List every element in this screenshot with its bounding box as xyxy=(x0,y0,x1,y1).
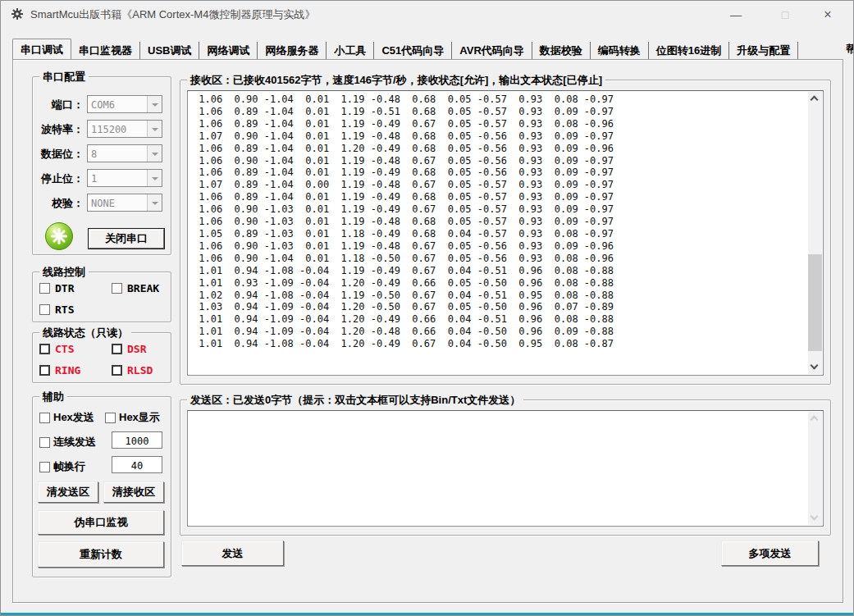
break-checkbox[interactable]: BREAK xyxy=(112,282,159,294)
title-bar: SmartMcu出版书籍《ARM Cortex-M4微控制器原理与实战》 — □… xyxy=(1,1,853,28)
tab-bitmap-to-hex[interactable]: 位图转16进制 xyxy=(649,42,729,60)
tab-overflow-clipped[interactable]: 帮 xyxy=(846,42,854,58)
databits-select[interactable]: 8 xyxy=(87,144,162,162)
stopbits-value: 1 xyxy=(88,170,147,186)
tab-serial-debug[interactable]: 串口调试 xyxy=(12,39,71,60)
receive-data-text: 1.06 0.90 -1.04 0.01 1.19 -0.48 0.68 0.0… xyxy=(193,94,805,373)
receive-textarea[interactable]: 1.06 0.90 -1.04 0.01 1.19 -0.48 0.68 0.0… xyxy=(187,90,824,376)
indicator-box xyxy=(112,344,122,354)
chevron-down-icon[interactable] xyxy=(147,121,162,137)
tab-bar: 串口调试 串口监视器 USB调试 网络调试 网络服务器 小工具 C51代码向导 … xyxy=(12,39,849,60)
clear-send-button[interactable]: 清发送区 xyxy=(38,481,98,503)
indicator-box xyxy=(112,365,122,376)
port-open-led-icon xyxy=(44,221,74,251)
send-area-header: 发送区：已发送0字节（提示：双击文本框可以支持Bin/Txt文件发送） xyxy=(187,393,523,408)
close-button[interactable]: × xyxy=(809,1,847,28)
multi-send-button[interactable]: 多项发送 xyxy=(721,541,819,566)
frame-length-input[interactable] xyxy=(112,456,162,473)
parity-label: 校验： xyxy=(52,196,84,211)
continuous-interval-input[interactable] xyxy=(112,431,162,449)
tab-data-verify[interactable]: 数据校验 xyxy=(532,42,591,60)
tab-network-server[interactable]: 网络服务器 xyxy=(258,42,327,60)
checkbox-box[interactable] xyxy=(39,437,50,448)
tab-avr-wizard[interactable]: AVR代码向导 xyxy=(452,42,532,60)
stopbits-select[interactable]: 1 xyxy=(87,169,162,187)
checkbox-box[interactable] xyxy=(39,283,50,294)
databits-label: 数据位： xyxy=(41,147,84,162)
bottom-accent-strip xyxy=(1,613,853,615)
line-status-group: 线路状态（只读） CTS DSR RING RLSD xyxy=(32,332,171,383)
serial-config-group: 串口配置 端口： COM6 波特率： 115200 数据位： 8 停止位： xyxy=(32,76,171,255)
tab-small-tools[interactable]: 小工具 xyxy=(327,42,374,60)
line-control-title: 线路控制 xyxy=(39,265,89,280)
scroll-up-icon[interactable] xyxy=(808,412,822,426)
receive-area-header: 接收区：已接收401562字节，速度146字节/秒，接收状态[允许]，输出文本状… xyxy=(187,73,605,88)
baudrate-value: 115200 xyxy=(88,121,147,137)
dtr-checkbox[interactable]: DTR xyxy=(39,282,74,294)
send-button[interactable]: 发送 xyxy=(181,541,284,566)
checkbox-box[interactable] xyxy=(39,304,50,315)
port-select[interactable]: COM6 xyxy=(87,95,162,113)
line-status-title: 线路状态（只读） xyxy=(39,326,131,340)
send-textarea[interactable] xyxy=(187,410,824,527)
tab-usb-debug[interactable]: USB调试 xyxy=(140,42,199,60)
port-value: COM6 xyxy=(88,96,147,112)
port-label: 端口： xyxy=(52,98,84,112)
baudrate-select[interactable]: 115200 xyxy=(87,120,162,138)
tab-network-debug[interactable]: 网络调试 xyxy=(199,42,258,60)
maximize-button[interactable]: □ xyxy=(766,1,804,28)
scroll-down-icon[interactable] xyxy=(808,360,822,374)
close-port-button[interactable]: 关闭串口 xyxy=(89,229,164,249)
chevron-down-icon[interactable] xyxy=(147,145,162,162)
stopbits-label: 停止位： xyxy=(41,171,84,186)
tab-upgrade-config[interactable]: 升级与配置 xyxy=(729,42,798,60)
ring-indicator: RING xyxy=(39,364,80,376)
send-data-text xyxy=(193,413,805,524)
minimize-button[interactable]: — xyxy=(717,1,755,28)
indicator-box xyxy=(39,344,50,354)
scroll-down-icon[interactable] xyxy=(808,511,822,525)
tab-c51-wizard[interactable]: C51代码向导 xyxy=(374,42,452,60)
send-area-group: 发送区：已发送0字节（提示：双击文本框可以支持Bin/Txt文件发送） xyxy=(180,399,831,536)
pseudo-serial-monitor-button[interactable]: 伪串口监视 xyxy=(38,510,164,535)
indicator-box xyxy=(39,365,50,376)
serial-config-title: 串口配置 xyxy=(39,70,89,84)
parity-value: NONE xyxy=(88,194,147,211)
app-window: SmartMcu出版书籍《ARM Cortex-M4微控制器原理与实战》 — □… xyxy=(0,0,854,616)
window-title: SmartMcu出版书籍《ARM Cortex-M4微控制器原理与实战》 xyxy=(30,7,315,22)
auxiliary-group: 辅助 Hex发送 Hex显示 连续发送 帧换行 清发送区 清接收区 伪串口监视 … xyxy=(32,396,171,577)
receive-scrollbar[interactable] xyxy=(808,92,822,374)
send-scrollbar[interactable] xyxy=(808,412,822,525)
continuous-send-checkbox[interactable]: 连续发送 xyxy=(39,435,96,449)
rts-checkbox[interactable]: RTS xyxy=(39,303,74,316)
tab-encoding-convert[interactable]: 编码转换 xyxy=(591,42,649,60)
app-gear-icon xyxy=(11,7,24,21)
chevron-down-icon[interactable] xyxy=(147,170,162,186)
chevron-down-icon[interactable] xyxy=(147,96,162,112)
databits-value: 8 xyxy=(88,145,147,162)
dsr-indicator: DSR xyxy=(112,343,146,355)
hex-send-checkbox[interactable]: Hex发送 xyxy=(39,410,94,425)
receive-area-group: 接收区：已接收401562字节，速度146字节/秒，接收状态[允许]，输出文本状… xyxy=(180,80,831,385)
checkbox-box[interactable] xyxy=(105,413,116,423)
frame-newline-checkbox[interactable]: 帧换行 xyxy=(39,459,85,474)
checkbox-box[interactable] xyxy=(112,283,122,294)
clear-receive-button[interactable]: 清接收区 xyxy=(103,481,164,503)
line-control-group: 线路控制 DTR BREAK RTS xyxy=(32,271,171,322)
checkbox-box[interactable] xyxy=(39,462,50,472)
hex-display-checkbox[interactable]: Hex显示 xyxy=(105,410,160,425)
chevron-down-icon[interactable] xyxy=(147,194,162,211)
checkbox-box[interactable] xyxy=(39,413,50,423)
baudrate-label: 波特率： xyxy=(41,122,84,137)
parity-select[interactable]: NONE xyxy=(87,194,162,212)
scroll-up-icon[interactable] xyxy=(808,92,822,106)
auxiliary-title: 辅助 xyxy=(39,390,67,404)
recount-button[interactable]: 重新计数 xyxy=(38,541,164,568)
tab-serial-monitor[interactable]: 串口监视器 xyxy=(71,42,140,60)
rlsd-indicator: RLSD xyxy=(112,364,153,376)
cts-indicator: CTS xyxy=(39,343,74,355)
scrollbar-thumb[interactable] xyxy=(808,254,822,351)
